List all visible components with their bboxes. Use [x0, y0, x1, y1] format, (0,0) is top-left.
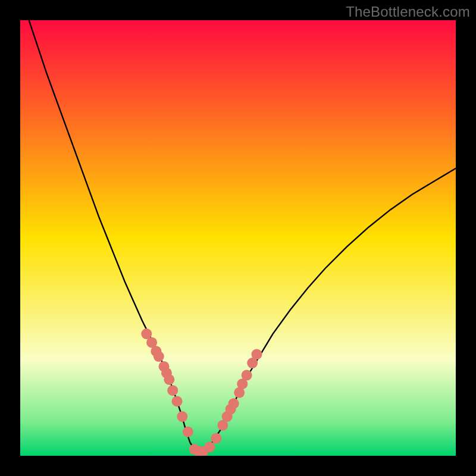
marker-point	[204, 441, 215, 452]
marker-point	[172, 396, 183, 407]
marker-point	[242, 370, 252, 381]
marker-point	[167, 385, 178, 396]
marker-point	[177, 411, 187, 422]
marker-point	[154, 351, 164, 362]
marker-point	[228, 398, 239, 409]
marker-point	[251, 349, 262, 359]
marker-point	[211, 433, 221, 444]
plot-area	[20, 20, 456, 456]
marker-point	[183, 427, 193, 437]
bottleneck-chart	[20, 20, 456, 456]
marker-point	[164, 374, 174, 385]
watermark-text: TheBottleneck.com	[346, 4, 470, 20]
chart-frame: TheBottleneck.com	[0, 0, 476, 476]
